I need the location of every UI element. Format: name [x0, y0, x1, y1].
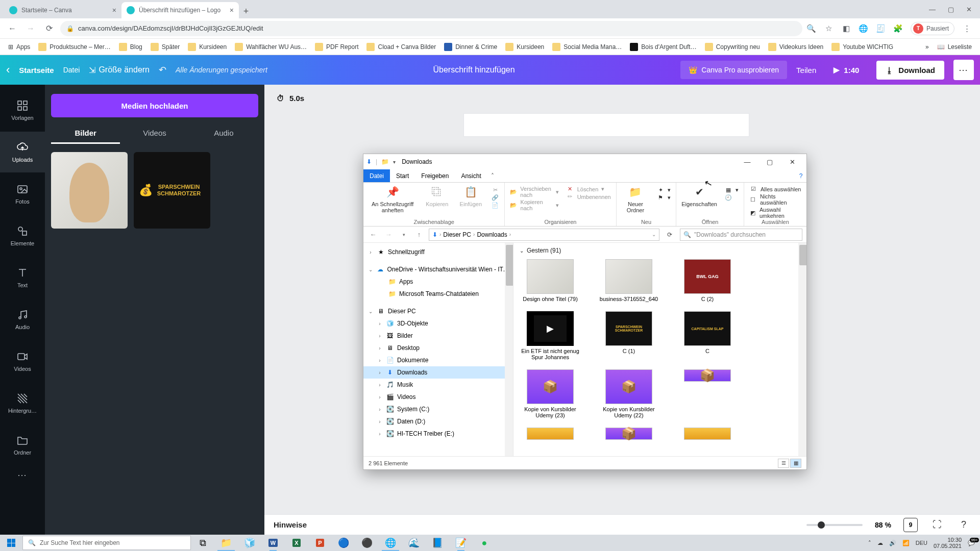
- bookmark[interactable]: Dinner & Crime: [441, 41, 500, 53]
- open-button[interactable]: ▦▾: [724, 187, 739, 193]
- copypath-small[interactable]: 🔗: [491, 194, 499, 201]
- explorer-search[interactable]: 🔍 "Downloads" durchsuchen: [680, 229, 802, 241]
- tree-sysc[interactable]: ›💽System (C:): [363, 403, 513, 415]
- zoom-slider[interactable]: [806, 524, 863, 526]
- back-button[interactable]: ←: [368, 231, 379, 238]
- back-icon[interactable]: ‹: [6, 63, 10, 77]
- details-view-button[interactable]: ☰: [778, 459, 789, 468]
- rail-elemente[interactable]: Elemente: [0, 215, 45, 256]
- taskbar-edge[interactable]: 🌊: [402, 535, 426, 551]
- clock[interactable]: 10:3007.05.2021: [934, 537, 962, 549]
- tab-datei[interactable]: Datei: [363, 169, 390, 182]
- tree-onedrive[interactable]: ⌄☁OneDrive - Wirtschaftsuniversität Wien…: [363, 263, 513, 276]
- reload-button[interactable]: ⟳: [42, 21, 56, 36]
- tab-bilder[interactable]: Bilder: [51, 129, 120, 144]
- select-all-button[interactable]: ☑Alles auswählen: [749, 186, 801, 192]
- file-item[interactable]: Kopie von Kursbilder Udemy (22): [598, 369, 659, 418]
- close-icon[interactable]: ×: [230, 6, 234, 14]
- reading-list[interactable]: 📖Leseliste: [934, 41, 975, 53]
- taskbar-excel[interactable]: X: [285, 535, 308, 551]
- rail-ordner[interactable]: Ordner: [0, 424, 45, 465]
- tree-bilder[interactable]: ›🖼Bilder: [363, 330, 513, 342]
- file-item[interactable]: business-3716552_640: [598, 259, 659, 302]
- rail-audio[interactable]: Audio: [0, 299, 45, 340]
- bookmark[interactable]: Youtube WICHTIG: [828, 41, 896, 53]
- tab-start[interactable]: Start: [390, 169, 415, 182]
- address-bar[interactable]: 🔒 canva.com/design/DAEdomzscjI/drBfJHdCo…: [60, 21, 802, 36]
- close-icon[interactable]: ×: [112, 6, 116, 14]
- paste-button[interactable]: 📋Einfügen: [457, 185, 484, 207]
- extension-icon[interactable]: 🧾: [876, 23, 886, 34]
- task-view-button[interactable]: ⧉: [191, 535, 214, 551]
- files-scrollbar[interactable]: [798, 243, 806, 456]
- home-link[interactable]: Startseite: [19, 66, 54, 74]
- recent-dropdown[interactable]: ▾: [398, 232, 409, 237]
- bookmark[interactable]: Social Media Mana…: [549, 41, 625, 53]
- slide-timer[interactable]: ⏱5.0s: [277, 94, 304, 103]
- volume-icon[interactable]: 🔊: [889, 540, 896, 546]
- rail-uploads[interactable]: Uploads: [0, 132, 45, 172]
- properties-button[interactable]: ✔Eigenschaften: [681, 185, 717, 207]
- resize-menu[interactable]: ⇲Größe ändern: [89, 65, 150, 75]
- undo-icon[interactable]: ↶: [159, 64, 166, 76]
- select-none-button[interactable]: ☐Nichts auswählen: [749, 193, 801, 206]
- bookmark[interactable]: Später: [148, 41, 183, 53]
- file-item[interactable]: BWL GAGC (2): [677, 259, 738, 302]
- taskbar-chrome[interactable]: 🌐: [379, 535, 402, 551]
- rail-more[interactable]: ⋯: [17, 469, 28, 481]
- file-item[interactable]: Design ohne Titel (79): [520, 259, 581, 302]
- taskbar-powerpoint[interactable]: P: [308, 535, 332, 551]
- tree-datend[interactable]: ›💽Daten (D:): [363, 415, 513, 428]
- easy-access-button[interactable]: ⚑▾: [656, 194, 671, 201]
- rename-button[interactable]: ✏Umbenennen: [566, 193, 611, 200]
- taskbar-app[interactable]: 📘: [426, 535, 449, 551]
- icons-view-button[interactable]: ▦: [790, 459, 801, 468]
- up-button[interactable]: ↑: [413, 231, 425, 238]
- extensions-icon[interactable]: 🧩: [893, 23, 903, 34]
- file-item[interactable]: [598, 428, 659, 440]
- more-button[interactable]: ⋯: [953, 60, 974, 80]
- extension-icon[interactable]: 🌐: [859, 23, 869, 34]
- taskbar-app[interactable]: 📝: [449, 535, 473, 551]
- rail-fotos[interactable]: Fotos: [0, 173, 45, 214]
- file-list[interactable]: ⌄Gestern (91) Design ohne Titel (79) bus…: [513, 243, 806, 456]
- notes-button[interactable]: Hinweise: [274, 520, 307, 529]
- taskbar-search[interactable]: 🔍Zur Suche Text hier eingeben: [22, 536, 191, 550]
- new-tab-button[interactable]: +: [239, 4, 253, 18]
- tree-desktop[interactable]: ›🖥Desktop: [363, 342, 513, 354]
- invert-sel-button[interactable]: ◩Auswahl umkehren: [749, 207, 801, 219]
- try-pro-button[interactable]: 👑Canva Pro ausprobieren: [680, 61, 787, 79]
- notifications-button[interactable]: 💬99+: [968, 540, 975, 546]
- extension-icon[interactable]: ◧: [841, 23, 851, 34]
- rail-text[interactable]: Text: [0, 257, 45, 298]
- profile-paused[interactable]: T Pausiert: [911, 22, 954, 35]
- doc-title[interactable]: Überschrift hinzufügen: [433, 65, 515, 74]
- new-item-button[interactable]: ✦▾: [656, 187, 671, 193]
- breadcrumb-seg[interactable]: Downloads ›: [477, 231, 511, 238]
- close-icon[interactable]: ✕: [966, 6, 972, 13]
- bookmark[interactable]: Cload + Canva Bilder: [363, 41, 439, 53]
- file-item[interactable]: [677, 369, 738, 418]
- bookmark[interactable]: Kursideen: [185, 41, 230, 53]
- breadcrumb-seg[interactable]: Dieser PC ›: [443, 231, 475, 238]
- tree-3d[interactable]: ›🧊3D-Objekte: [363, 317, 513, 330]
- history-button[interactable]: 🕘: [724, 194, 739, 201]
- bookmark[interactable]: Wahlfächer WU Aus…: [232, 41, 310, 53]
- tree-hitech[interactable]: ›💽HI-TECH Treiber (E:): [363, 428, 513, 440]
- file-item[interactable]: Kopie von Kursbilder Udemy (23): [520, 369, 581, 418]
- fullscreen-icon[interactable]: ⛶: [930, 518, 944, 532]
- forward-button[interactable]: →: [383, 231, 394, 238]
- tree-apps[interactable]: 📁Apps: [363, 276, 513, 288]
- forward-button[interactable]: →: [23, 21, 38, 36]
- share-button[interactable]: Teilen: [796, 66, 816, 74]
- taskbar-obs[interactable]: ⚫: [355, 535, 379, 551]
- qat-dropdown-icon[interactable]: ▾: [393, 159, 396, 165]
- taskbar-app[interactable]: 🔵: [332, 535, 355, 551]
- taskbar-explorer[interactable]: 📁: [214, 535, 238, 551]
- help-icon[interactable]: ?: [957, 518, 971, 532]
- delete-button[interactable]: ✕Löschen ▾: [566, 186, 611, 192]
- tree-thispc[interactable]: ⌄🖥Dieser PC: [363, 305, 513, 317]
- tree-quickaccess[interactable]: ›★Schnellzugriff: [363, 246, 513, 258]
- breadcrumb[interactable]: ⬇ › Dieser PC › Downloads › ⌄: [429, 229, 659, 241]
- bookmark[interactable]: Blog: [116, 41, 145, 53]
